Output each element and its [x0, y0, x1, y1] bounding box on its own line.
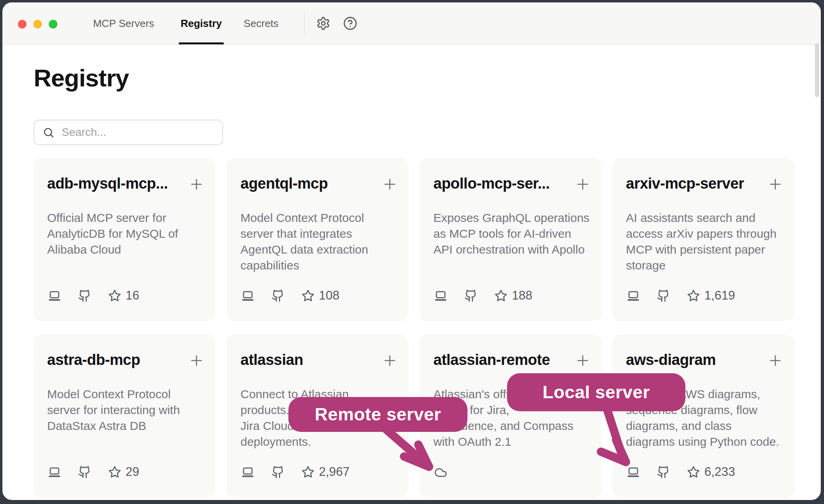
- github-icon: [271, 289, 284, 302]
- tab-mcp-servers[interactable]: MCP Servers: [93, 2, 154, 44]
- server-card[interactable]: agentql-mcpModel Context Protocol server…: [227, 158, 408, 321]
- screenshot-root: MCP Servers Registry Secrets Registry ad…: [0, 0, 824, 504]
- server-description: AI assistants search and access arXiv pa…: [626, 210, 786, 273]
- close-window-button[interactable]: [18, 20, 27, 29]
- card-header-row: arxiv-mcp-server: [626, 175, 784, 193]
- github-icon: [78, 466, 91, 479]
- star-count: 29: [126, 465, 139, 479]
- star-icon: [301, 466, 315, 479]
- minimize-window-button[interactable]: [33, 20, 42, 29]
- cloud-icon: [434, 466, 447, 479]
- laptop-icon: [48, 466, 61, 479]
- server-description: Model Context Protocol server for intera…: [47, 386, 207, 434]
- add-server-button[interactable]: [188, 176, 205, 193]
- server-card[interactable]: aws-diagramGenerate AWS diagrams, sequen…: [612, 335, 794, 497]
- titlebar: MCP Servers Registry Secrets: [2, 2, 821, 45]
- server-description: Official MCP server for AnalyticDB for M…: [47, 210, 207, 258]
- star-icon: [108, 466, 121, 479]
- help-circle-icon[interactable]: [338, 2, 362, 44]
- settings-gear-icon[interactable]: [311, 2, 335, 44]
- titlebar-divider: [304, 10, 305, 36]
- card-header-row: atlassian-remote: [433, 351, 591, 369]
- plus-icon: [188, 352, 205, 369]
- server-description: Atlassian's official MCP server for Jira…: [433, 386, 593, 450]
- github-icon: [271, 466, 284, 479]
- github-stars: 2,967: [301, 465, 350, 479]
- tab-secrets[interactable]: Secrets: [244, 2, 278, 44]
- tab-registry[interactable]: Registry: [181, 2, 222, 44]
- server-card[interactable]: astra-db-mcpModel Context Protocol serve…: [34, 335, 215, 497]
- search-input[interactable]: [61, 126, 214, 139]
- server-name: atlassian: [240, 351, 303, 368]
- add-server-button[interactable]: [574, 352, 591, 369]
- zoom-window-button[interactable]: [49, 20, 57, 29]
- plus-icon: [574, 176, 591, 193]
- server-name: arxiv-mcp-server: [626, 175, 744, 192]
- laptop-icon: [48, 289, 61, 302]
- card-header-row: aws-diagram: [626, 351, 784, 369]
- star-count: 2,967: [319, 465, 350, 479]
- server-card[interactable]: apollo-mcp-ser...Exposes GraphQL operati…: [420, 158, 601, 321]
- server-card[interactable]: atlassianConnect to Atlassian products. …: [227, 335, 408, 497]
- laptop-icon: [241, 289, 254, 302]
- laptop-icon: [627, 289, 640, 302]
- server-name: aws-diagram: [626, 351, 716, 368]
- plus-icon: [188, 176, 205, 193]
- vertical-scrollbar-thumb[interactable]: [815, 43, 819, 97]
- star-icon: [108, 289, 121, 302]
- card-header-row: apollo-mcp-ser...: [433, 175, 591, 193]
- search-icon: [42, 126, 55, 139]
- star-count: 188: [512, 288, 532, 303]
- add-server-button[interactable]: [188, 352, 205, 369]
- laptop-icon: [241, 466, 254, 479]
- server-description: Connect to Atlassian products. Supports …: [240, 386, 401, 450]
- server-name: agentql-mcp: [240, 175, 328, 192]
- laptop-icon: [434, 289, 447, 302]
- github-stars: 16: [108, 288, 139, 303]
- search-box: [34, 120, 223, 145]
- star-count: 6,233: [704, 465, 735, 479]
- add-server-button[interactable]: [767, 352, 784, 369]
- plus-icon: [381, 176, 398, 193]
- server-meta-row: [434, 466, 447, 479]
- laptop-icon: [627, 466, 640, 479]
- server-card[interactable]: arxiv-mcp-serverAI assistants search and…: [612, 158, 794, 321]
- star-count: 16: [126, 288, 139, 303]
- card-header-row: adb-mysql-mcp...: [47, 175, 205, 193]
- star-count: 1,619: [704, 288, 735, 303]
- card-header-row: astra-db-mcp: [47, 351, 205, 369]
- page-title: Registry: [34, 64, 129, 92]
- server-name: adb-mysql-mcp...: [47, 175, 168, 192]
- server-meta-row: 29: [48, 465, 139, 479]
- server-meta-row: 6,233: [627, 465, 735, 479]
- card-header-row: atlassian: [240, 351, 398, 369]
- add-server-button[interactable]: [767, 176, 784, 193]
- server-meta-row: 188: [434, 288, 532, 303]
- star-icon: [687, 466, 700, 479]
- card-header-row: agentql-mcp: [240, 175, 398, 193]
- plus-icon: [767, 176, 784, 193]
- star-count: 108: [319, 288, 340, 303]
- github-stars: 108: [301, 288, 340, 303]
- github-icon: [657, 466, 670, 479]
- github-icon: [464, 289, 477, 302]
- server-description: Exposes GraphQL operations as MCP tools …: [433, 210, 593, 258]
- server-meta-row: 2,967: [241, 465, 350, 479]
- add-server-button[interactable]: [574, 176, 591, 193]
- star-icon: [494, 289, 507, 302]
- server-meta-row: 16: [48, 288, 139, 303]
- github-stars: 188: [494, 288, 532, 303]
- add-server-button[interactable]: [381, 352, 398, 369]
- star-icon: [687, 289, 700, 302]
- github-icon: [78, 289, 91, 302]
- server-name: apollo-mcp-ser...: [433, 175, 549, 192]
- github-icon: [657, 289, 670, 302]
- add-server-button[interactable]: [381, 176, 398, 193]
- server-description: Generate AWS diagrams, sequence diagrams…: [626, 386, 786, 450]
- server-meta-row: 108: [241, 288, 340, 303]
- star-icon: [301, 289, 315, 302]
- github-stars: 6,233: [687, 465, 735, 479]
- server-card[interactable]: atlassian-remoteAtlassian's official MCP…: [420, 335, 601, 497]
- server-card[interactable]: adb-mysql-mcp...Official MCP server for …: [34, 158, 215, 321]
- plus-icon: [381, 352, 398, 369]
